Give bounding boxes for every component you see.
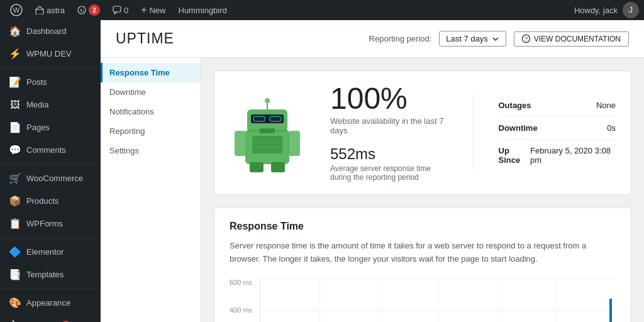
pages-icon: 📄 (9, 121, 21, 134)
sidebar-label-wpmu: WPMU DEV (26, 48, 72, 60)
sidebar-item-plugins[interactable]: 🔌 Plugins 2 (0, 314, 101, 322)
sub-nav-notifications[interactable]: Notifications (101, 102, 201, 121)
sidebar-item-media[interactable]: 🖼 Media (0, 94, 101, 116)
sidebar-item-products[interactable]: 📦 Products (0, 190, 101, 213)
stats-card: 100% Website availability in the last 7 … (214, 70, 631, 195)
chart-bar (609, 299, 612, 322)
chart-area: 600 ms 400 ms (230, 279, 616, 322)
sidebar-item-wpforms[interactable]: 📋 WPForms (0, 213, 101, 235)
svg-rect-14 (252, 136, 282, 153)
sidebar-label-woocommerce: WooCommerce (26, 173, 83, 184)
sidebar-item-elementor[interactable]: 🔷 Elementor (0, 241, 101, 264)
admin-bar-right: Howdy, jack J (574, 2, 639, 18)
house-icon (35, 6, 44, 14)
sidebar-item-appearance[interactable]: 🎨 Appearance (0, 292, 101, 314)
sub-nav-settings[interactable]: Settings (101, 141, 201, 160)
wp-logo-item[interactable]: W (5, 0, 28, 20)
svg-rect-2 (36, 9, 43, 14)
svg-text:W: W (13, 6, 20, 14)
site-name-item[interactable]: astra (30, 0, 70, 20)
sidebar-item-wpmu-dev[interactable]: ⚡ WPMU DEV (0, 43, 101, 65)
sidebar-item-templates[interactable]: 📑 Templates (0, 264, 101, 286)
sidebar-label-wpforms: WPForms (26, 218, 63, 230)
sidebar-divider-4 (0, 289, 101, 289)
updates-item[interactable]: ↻ 2 (72, 0, 105, 20)
chart-canvas (260, 279, 616, 322)
chart-vline-5 (557, 279, 557, 322)
sub-nav-label-notifications: Notifications (109, 107, 154, 116)
response-time-section: Response Time Server response time is th… (214, 208, 631, 322)
sidebar-item-pages[interactable]: 📄 Pages (0, 116, 101, 139)
page-title: UPTIME (116, 30, 174, 47)
sidebar-item-dashboard[interactable]: 🏠 Dashboard (0, 20, 101, 43)
sidebar-label-products: Products (26, 196, 58, 207)
svg-rect-18 (289, 131, 300, 156)
sub-nav: Response Time Downtime Notifications Rep… (101, 58, 201, 322)
posts-icon: 📝 (9, 76, 21, 89)
sub-nav-reporting[interactable]: Reporting (101, 121, 201, 141)
sidebar-divider-1 (0, 68, 101, 69)
uptime-label: Website availability in the last 7 days (330, 116, 448, 135)
comments-count: 0 (124, 6, 128, 15)
up-since-label: Up Since (499, 146, 531, 165)
plugins-icon: 🔌 (9, 319, 21, 322)
response-description: Server response time is the amount of ti… (230, 240, 616, 266)
comments-icon (113, 6, 121, 14)
wpmu-icon: ⚡ (9, 48, 21, 60)
greeting-label: Howdy, jack (574, 6, 618, 15)
stats-details: Outages None Downtime 0s Up Since Februa… (473, 94, 616, 171)
view-docs-label: VIEW DOCUMENTATION (534, 35, 621, 43)
products-icon: 📦 (9, 195, 21, 208)
reporting-period-label: Reporting period: (369, 34, 432, 43)
plugin-name-label: Hummingbird (179, 6, 227, 15)
sub-nav-label-settings: Settings (109, 146, 139, 155)
main-layout: 🏠 Dashboard ⚡ WPMU DEV 📝 Posts 🖼 Media 📄… (0, 20, 644, 322)
sidebar: 🏠 Dashboard ⚡ WPMU DEV 📝 Posts 🖼 Media 📄… (0, 20, 101, 322)
period-value: Last 7 days (446, 34, 488, 43)
site-name-label: astra (47, 6, 65, 15)
svg-point-22 (265, 98, 270, 103)
admin-bar-left: W astra ↻ 2 0 New Hummingbird (5, 0, 574, 20)
svg-rect-5 (113, 6, 121, 12)
sidebar-item-woocommerce[interactable]: 🛒 WooCommerce (0, 167, 101, 190)
svg-rect-17 (235, 131, 246, 156)
plugin-name-item[interactable]: Hummingbird (174, 0, 232, 20)
uptime-percent: 100% (330, 84, 448, 114)
woocommerce-icon: 🛒 (9, 172, 21, 185)
avatar: J (623, 2, 639, 18)
templates-icon: 📑 (9, 269, 21, 281)
wp-icon: W (10, 4, 23, 16)
sidebar-label-elementor: Elementor (26, 247, 64, 258)
sidebar-label-templates: Templates (26, 269, 64, 280)
sidebar-item-comments[interactable]: 💬 Comments (0, 139, 101, 162)
svg-text:?: ? (525, 36, 528, 42)
chart-vline-3 (438, 279, 439, 322)
robot-illustration (230, 92, 305, 174)
sidebar-label-posts: Posts (26, 77, 47, 88)
response-time-value: 552ms (330, 145, 448, 163)
downtime-label: Downtime (499, 123, 538, 133)
svg-rect-12 (253, 116, 265, 121)
chart-label-400: 400 ms (230, 306, 252, 314)
new-item[interactable]: New (136, 0, 170, 20)
sidebar-divider-2 (0, 164, 101, 165)
main-content: 100% Website availability in the last 7 … (201, 58, 644, 322)
sub-nav-downtime[interactable]: Downtime (101, 82, 201, 102)
dashboard-icon: 🏠 (9, 25, 21, 38)
stat-row-downtime: Downtime 0s (499, 117, 616, 140)
period-select[interactable]: Last 7 days (439, 31, 506, 47)
docs-icon: ? (522, 35, 530, 43)
new-label: New (149, 6, 165, 15)
svg-rect-19 (250, 162, 264, 172)
chart-label-600: 600 ms (230, 279, 252, 286)
updates-icon: ↻ (77, 6, 86, 14)
sidebar-item-posts[interactable]: 📝 Posts (0, 71, 101, 94)
comments-item[interactable]: 0 (108, 0, 133, 20)
sub-nav-response-time[interactable]: Response Time (101, 63, 201, 82)
stat-row-outages: Outages None (499, 94, 616, 117)
view-docs-button[interactable]: ? VIEW DOCUMENTATION (514, 31, 629, 47)
sidebar-label-comments: Comments (26, 145, 66, 156)
chevron-down-icon (492, 35, 499, 43)
wpforms-icon: 📋 (9, 218, 21, 230)
sub-nav-label-reporting: Reporting (109, 126, 145, 136)
